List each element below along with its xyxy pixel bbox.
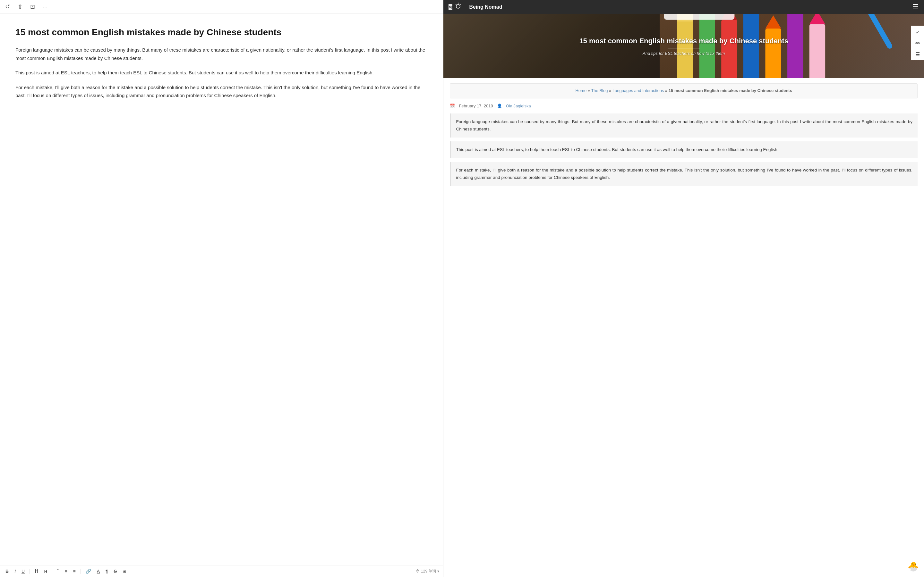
author-link[interactable]: Ola Jagielska [506, 103, 531, 108]
browser-content[interactable]: 15 most common English mistakes made by … [443, 14, 924, 577]
quote-button[interactable]: “ [55, 567, 60, 575]
svg-line-5 [459, 4, 461, 5]
hero-section: 15 most common English mistakes made by … [443, 14, 924, 78]
heading1-button[interactable]: H [33, 567, 40, 575]
word-count-area: ⏱ 129 单词 ▾ [416, 569, 439, 574]
underline-a-button[interactable]: A [95, 568, 102, 575]
toolbar-separator-2 [52, 569, 52, 574]
breadcrumb-blog[interactable]: The Blog [591, 88, 607, 93]
list-bullet-button[interactable]: ≡ [63, 568, 69, 575]
editor-paragraph-3[interactable]: For each mistake, I'll give both a reaso… [15, 83, 428, 100]
word-count-value: 129 单词 [421, 569, 436, 574]
editor-format-toolbar: B I U H H “ ≡ ≡ 🔗 A ¶ S ⊞ ⏱ 129 单词 ▾ [0, 565, 443, 577]
stack-icon-button[interactable] [913, 49, 923, 59]
editor-paragraph-1[interactable]: Foreign language mistakes can be caused … [15, 46, 428, 62]
article-date: February 17, 2019 [459, 103, 493, 108]
bottom-emoji[interactable]: 🐣 [908, 561, 919, 572]
hero-subtitle: And tips for ESL teachers on how to fix … [579, 51, 788, 56]
article-paragraph-3: For each mistake, I'll give both a reaso… [450, 162, 918, 186]
breadcrumb-sep-2: » [609, 88, 612, 93]
list-number-button[interactable]: ≡ [71, 568, 78, 575]
logo-icon: B|N [449, 3, 468, 11]
editor-content-area[interactable]: 15 most common English mistakes made by … [0, 14, 443, 565]
svg-text:B|N: B|N [449, 6, 454, 9]
hamburger-menu[interactable]: ☰ [913, 3, 919, 11]
link-button[interactable]: 🔗 [84, 568, 93, 575]
para-button[interactable]: ¶ [104, 568, 110, 575]
hero-divider [668, 48, 700, 48]
svg-rect-29 [916, 54, 919, 55]
article-paragraph-1: Foreign language mistakes can be caused … [450, 113, 918, 137]
expand-button[interactable]: ⊡ [29, 3, 36, 11]
breadcrumb-home[interactable]: Home [575, 88, 586, 93]
article-paragraph-2: This post is aimed at ESL teachers, to h… [450, 141, 918, 158]
editor-paragraph-2[interactable]: This post is aimed at ESL teachers, to h… [15, 69, 428, 77]
heading2-button[interactable]: H [43, 568, 49, 575]
editor-body[interactable]: Foreign language mistakes can be caused … [15, 46, 428, 100]
bold-button[interactable]: B [4, 568, 10, 575]
image-button[interactable]: ⊞ [121, 568, 128, 575]
browser-panel: B|N Being Nomad ☰ [443, 0, 924, 577]
underline-button[interactable]: U [20, 568, 26, 575]
share-button[interactable]: ⇧ [16, 3, 24, 11]
italic-button[interactable]: I [13, 568, 17, 575]
site-logo[interactable]: B|N Being Nomad [449, 3, 502, 11]
author-icon: 👤 [497, 103, 502, 108]
hero-text-block: 15 most common English mistakes made by … [566, 37, 801, 56]
clock-icon: ⏱ [416, 569, 420, 574]
editor-top-toolbar: ↺ ⇧ ⊡ ··· [0, 0, 443, 14]
article-title: 15 most common English mistakes made by … [15, 27, 428, 38]
site-nav: B|N Being Nomad ☰ [443, 0, 924, 14]
breadcrumb-sep-1: » [588, 88, 591, 93]
article-container: Home » The Blog » Languages and Interact… [443, 78, 924, 195]
hero-title: 15 most common English mistakes made by … [579, 37, 788, 46]
editor-panel: ↺ ⇧ ⊡ ··· 15 most common English mistake… [0, 0, 443, 577]
svg-line-4 [456, 4, 457, 5]
toolbar-separator-3 [81, 569, 81, 574]
breadcrumb: Home » The Blog » Languages and Interact… [450, 83, 918, 98]
breadcrumb-category[interactable]: Languages and Interactions [612, 88, 664, 93]
refresh-button[interactable]: ↺ [4, 3, 11, 11]
svg-rect-20 [809, 24, 825, 78]
svg-rect-22 [664, 14, 735, 20]
calendar-icon: 📅 [450, 103, 455, 108]
toolbar-separator-1 [29, 569, 30, 574]
check-icon-button[interactable]: ✓ [913, 27, 923, 37]
more-button[interactable]: ··· [41, 3, 49, 11]
right-sidebar: ✓ </> [911, 26, 924, 60]
code-icon-button[interactable]: </> [913, 38, 923, 48]
strikethrough-button[interactable]: S [112, 568, 118, 575]
article-meta: 📅 February 17, 2019 👤 Ola Jagielska [450, 103, 918, 108]
svg-rect-28 [916, 52, 919, 53]
breadcrumb-sep-3: » [665, 88, 669, 93]
word-count-chevron[interactable]: ▾ [437, 569, 439, 574]
logo-text: Being Nomad [469, 4, 502, 10]
breadcrumb-current: 15 most common English mistakes made by … [669, 88, 792, 93]
